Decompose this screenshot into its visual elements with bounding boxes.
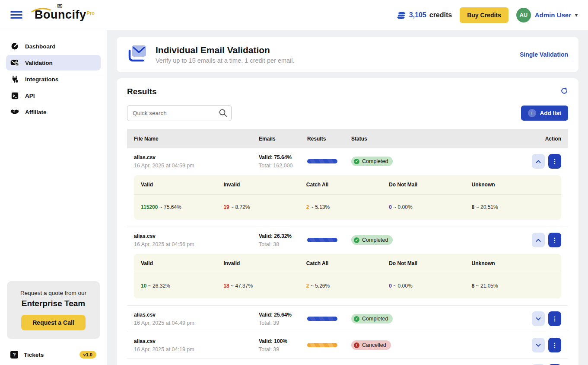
- status-badge: Cancelled: [351, 340, 391, 350]
- add-list-label: Add list: [540, 110, 562, 116]
- add-list-button[interactable]: + Add list: [521, 106, 569, 121]
- row-menu-button[interactable]: [548, 154, 561, 169]
- table-header: File Name Emails Results Status Action: [127, 129, 568, 148]
- brand-logo[interactable]: ✉ Bouncify Pro: [35, 9, 95, 21]
- valid-value: 11520075.64%: [141, 195, 223, 220]
- status-badge: Completed: [351, 157, 393, 166]
- detail-col-catch-all: Catch All: [306, 254, 389, 273]
- user-name: Admin User: [535, 11, 571, 19]
- status-badge: Completed: [351, 314, 393, 323]
- catch-all-value: 25.13%: [306, 195, 389, 220]
- main-content: Individual Email Validation Verify up to…: [107, 30, 588, 365]
- enterprise-line2: Enterprise Team: [11, 299, 95, 308]
- col-file-name: File Name: [134, 136, 259, 142]
- chevron-down-icon: ▾: [575, 12, 578, 18]
- sidebar-item-affiliate[interactable]: Affiliate: [6, 104, 101, 120]
- top-bar: ✉ Bouncify Pro 3,105 credits Buy Credits…: [0, 0, 588, 30]
- results-title: Results: [127, 87, 157, 96]
- file-date: 16 Apr, 2025 at 04:19 pm: [134, 346, 259, 352]
- help-icon: ?: [10, 351, 18, 359]
- tickets-row[interactable]: ? Tickets v1.0: [0, 345, 107, 365]
- page-subtitle: Verify up to 15 emails at a time. 1 cred…: [156, 57, 295, 64]
- single-validation-link[interactable]: Single Validation: [520, 51, 568, 58]
- sidebar-item-api[interactable]: API: [6, 88, 101, 103]
- detail-col-unknown: Unknown: [472, 254, 554, 273]
- file-name: alias.csv: [134, 233, 259, 239]
- detail-col-unknown: Unknown: [472, 175, 554, 194]
- logo-pro-badge: Pro: [87, 10, 95, 16]
- detail-col-invalid: Invalid: [223, 175, 306, 194]
- row-detail-table: Valid Invalid Catch All Do Not Mail Unkn…: [134, 175, 561, 220]
- table-row: alias.csv 16 Apr, 2025 at 04:59 pm Valid…: [127, 148, 568, 227]
- sidebar-item-label: Integrations: [25, 76, 58, 83]
- row-menu-button[interactable]: [548, 311, 561, 326]
- api-icon: [10, 91, 19, 100]
- buy-credits-button[interactable]: Buy Credits: [460, 7, 509, 23]
- file-date: 16 Apr, 2025 at 04:49 pm: [134, 320, 259, 326]
- progress-bar: [307, 343, 337, 347]
- page-title: Individual Email Validation: [156, 45, 295, 55]
- valid-percent: Valid: 75.64%: [259, 154, 307, 160]
- coins-icon: [397, 11, 406, 19]
- refresh-icon[interactable]: [560, 87, 568, 96]
- expand-row-button[interactable]: [532, 338, 545, 352]
- sidebar-item-label: API: [25, 93, 35, 99]
- integrations-icon: [10, 75, 19, 83]
- enterprise-line1: Request a quote from our: [11, 290, 95, 296]
- sidebar-item-integrations[interactable]: Integrations: [6, 71, 101, 87]
- table-row: alias.csv 16 Apr, 2025 at 04:56 pm Valid…: [127, 227, 568, 306]
- page-header-card: Individual Email Validation Verify up to…: [117, 37, 578, 72]
- file-name: alias.csv: [134, 154, 259, 160]
- catch-all-value: 25.26%: [306, 273, 389, 298]
- unknown-value: 821.05%: [472, 273, 554, 298]
- total-emails: Total: 39: [259, 320, 307, 326]
- valid-percent: Valid: 25.64%: [259, 312, 307, 318]
- sidebar-item-validation[interactable]: Validation: [6, 55, 101, 70]
- file-name: alias.csv: [134, 338, 259, 344]
- hamburger-menu-icon[interactable]: [10, 10, 22, 20]
- user-menu[interactable]: AU Admin User ▾: [516, 8, 578, 22]
- table-row: 4e544241d43bae0c273b4ae414e3ebdc_all.csv…: [127, 359, 568, 365]
- status-badge: Completed: [351, 235, 393, 245]
- sidebar-item-label: Affiliate: [25, 109, 47, 115]
- email-validation-icon: [127, 44, 148, 65]
- col-status: Status: [351, 136, 520, 142]
- file-name: alias.csv: [134, 312, 259, 318]
- sidebar-item-dashboard[interactable]: Dashboard: [6, 38, 101, 54]
- valid-percent: Valid: 100%: [259, 338, 307, 344]
- detail-col-valid: Valid: [141, 175, 223, 194]
- tickets-label: Tickets: [24, 352, 44, 358]
- collapse-row-button[interactable]: [532, 154, 545, 169]
- search-icon[interactable]: [219, 109, 227, 119]
- expand-row-button[interactable]: [532, 311, 545, 326]
- total-emails: Total: 162,000: [259, 163, 307, 169]
- check-circle-icon: [354, 159, 359, 164]
- check-circle-icon: [354, 237, 359, 243]
- dashboard-icon: [10, 42, 19, 51]
- progress-bar: [307, 238, 337, 242]
- col-results: Results: [307, 136, 351, 142]
- file-date: 16 Apr, 2025 at 04:59 pm: [134, 163, 259, 169]
- row-menu-button[interactable]: [548, 338, 561, 352]
- table-row: alias.csv 16 Apr, 2025 at 04:19 pm Valid…: [127, 332, 568, 359]
- logo-envelope-icon: ✉: [57, 2, 63, 10]
- do-not-mail-value: 00.00%: [389, 195, 471, 220]
- detail-col-valid: Valid: [141, 254, 223, 273]
- row-detail-table: Valid Invalid Catch All Do Not Mail Unkn…: [134, 254, 561, 298]
- row-menu-button[interactable]: [548, 233, 561, 247]
- valid-value: 1026.32%: [141, 273, 223, 298]
- collapse-row-button[interactable]: [532, 233, 545, 247]
- col-action: Action: [520, 136, 561, 142]
- request-call-button[interactable]: Request a Call: [21, 315, 85, 330]
- detail-col-do-not-mail: Do Not Mail: [389, 254, 471, 273]
- col-emails: Emails: [259, 136, 307, 142]
- invalid-value: 1847.37%: [223, 273, 306, 298]
- sidebar-item-label: Dashboard: [25, 43, 56, 50]
- search-input[interactable]: [127, 105, 232, 121]
- app-window: ✉ Bouncify Pro 3,105 credits Buy Credits…: [0, 0, 588, 365]
- avatar: AU: [516, 8, 531, 22]
- detail-col-invalid: Invalid: [223, 254, 306, 273]
- progress-bar: [307, 317, 337, 321]
- search-box: [127, 105, 232, 121]
- table-row: alias.csv 16 Apr, 2025 at 04:49 pm Valid…: [127, 306, 568, 332]
